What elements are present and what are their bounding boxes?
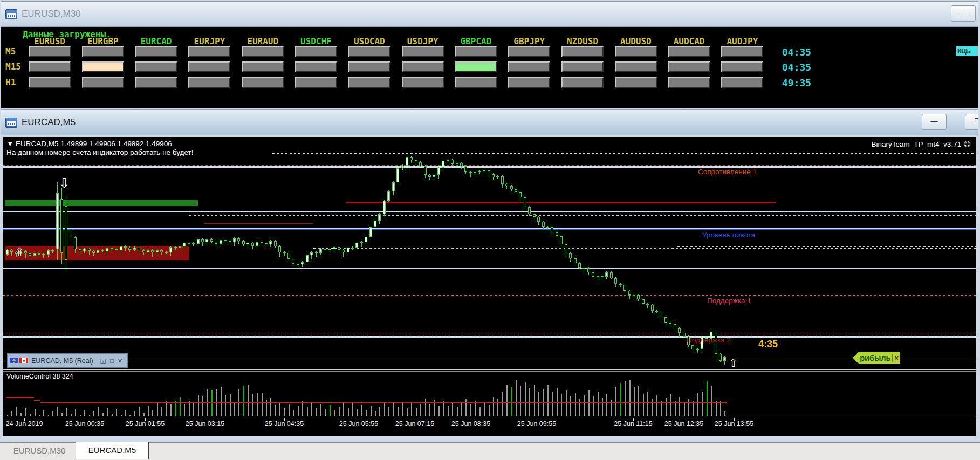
chart-area[interactable]: ▼ EURCAD,M5 1.49899 1.49906 1.49892 1.49… xyxy=(3,137,976,436)
volume-bar xyxy=(688,399,689,416)
candle xyxy=(505,184,508,186)
profit-badge-close-icon[interactable]: × xyxy=(892,354,899,362)
matrix-cell-M15-AUDJPY[interactable] xyxy=(721,61,763,72)
matrix-cell-M5-EURGBP[interactable] xyxy=(82,46,124,57)
volume-bar xyxy=(170,404,172,416)
matrix-cell-H1-EURUSD[interactable] xyxy=(29,77,71,88)
price-level-line xyxy=(3,359,976,359)
matrix-cell-H1-EURCAD[interactable] xyxy=(135,77,177,88)
corner-badge[interactable]: КЦЬ xyxy=(956,46,978,56)
timer-h1: 49:35 xyxy=(782,77,811,88)
candle xyxy=(406,157,408,166)
date-axis-label: 25 Jun 01:55 xyxy=(126,420,165,428)
tab-eurcad-m5[interactable]: EURCAD,M5 xyxy=(76,442,149,459)
matrix-cell-M5-EURJPY[interactable] xyxy=(188,46,230,57)
volume-bar xyxy=(429,404,430,416)
window2-titlebar[interactable]: EURCAD,M5 — ❐ xyxy=(1,110,978,135)
matrix-cell-M5-USDCHF[interactable] xyxy=(295,46,337,57)
mini-chart-titlebar[interactable]: EURCAD, M5 (Real) ◱ □ × xyxy=(7,353,128,368)
matrix-cell-H1-GBPJPY[interactable] xyxy=(508,77,550,88)
matrix-cell-M5-AUDCAD[interactable] xyxy=(668,46,710,57)
matrix-cell-M15-USDJPY[interactable] xyxy=(402,61,444,72)
matrix-cell-M5-USDCAD[interactable] xyxy=(348,46,390,57)
volume-bar xyxy=(593,396,594,416)
sad-face-icon[interactable]: ☹ xyxy=(963,140,971,148)
candle xyxy=(165,252,168,253)
timer-m5: 04:35 xyxy=(782,46,811,58)
candle xyxy=(56,193,59,249)
candle xyxy=(451,160,454,163)
matrix-cell-M15-USDCHF[interactable] xyxy=(295,61,337,72)
maximize-button[interactable]: ❐ xyxy=(965,114,978,130)
volume-bar xyxy=(348,408,349,416)
tab-eurusd-m30[interactable]: EURUSD,M30 xyxy=(8,443,71,458)
matrix-cell-M15-AUDUSD[interactable] xyxy=(615,61,657,72)
pane-separator[interactable] xyxy=(3,371,976,372)
matrix-cell-M5-AUDJPY[interactable] xyxy=(721,46,763,57)
candle xyxy=(456,163,458,164)
axis-tick xyxy=(734,418,735,421)
matrix-cell-M5-NZDUSD[interactable] xyxy=(561,46,604,57)
matrix-cell-M15-NZDUSD[interactable] xyxy=(561,61,604,72)
matrix-cell-H1-EURAUD[interactable] xyxy=(242,77,284,88)
matrix-cell-H1-AUDJPY[interactable] xyxy=(721,77,763,88)
volume-bar xyxy=(366,410,367,416)
matrix-cell-H1-NZDUSD[interactable] xyxy=(561,77,604,88)
matrix-cell-H1-USDCAD[interactable] xyxy=(348,77,390,88)
matrix-cell-M5-EURCAD[interactable] xyxy=(135,46,177,57)
matrix-cell-M15-AUDCAD[interactable] xyxy=(668,61,710,72)
volume-bar xyxy=(375,411,376,416)
close-icon[interactable]: × xyxy=(118,356,122,365)
minimize-button[interactable]: — xyxy=(922,114,947,130)
matrix-cell-M15-EURAUD[interactable] xyxy=(242,61,284,72)
pane-separator[interactable] xyxy=(3,369,976,370)
candle xyxy=(160,250,163,252)
restore-icon[interactable]: ◱ xyxy=(100,358,106,364)
matrix-cell-M15-EURGBP[interactable] xyxy=(82,61,124,72)
price-level-line xyxy=(677,246,976,247)
volume-bar xyxy=(134,411,135,416)
candle xyxy=(355,243,358,248)
matrix-cell-M5-AUDUSD[interactable] xyxy=(615,46,657,57)
volume-bar xyxy=(448,406,449,416)
volume-bar xyxy=(506,385,508,416)
pair-header-AUDCAD: AUDCAD xyxy=(668,36,710,46)
matrix-cell-M5-EURUSD[interactable] xyxy=(29,46,71,57)
matrix-cell-M15-EURUSD[interactable] xyxy=(29,61,71,72)
matrix-cell-H1-EURJPY[interactable] xyxy=(188,77,230,88)
minimize-button[interactable]: — xyxy=(951,5,976,22)
matrix-cell-H1-AUDUSD[interactable] xyxy=(615,77,657,88)
matrix-cell-H1-EURGBP[interactable] xyxy=(82,77,124,88)
candle xyxy=(460,163,463,167)
volume-bar xyxy=(416,408,417,416)
price-level-line xyxy=(272,153,976,154)
matrix-cell-H1-USDCHF[interactable] xyxy=(295,77,337,88)
matrix-cell-H1-GBPCAD[interactable] xyxy=(455,77,497,88)
matrix-cell-M5-USDJPY[interactable] xyxy=(402,46,444,57)
candle xyxy=(610,272,613,278)
candle xyxy=(60,199,63,253)
profit-badge[interactable]: рибыль × xyxy=(853,352,900,364)
matrix-cell-M15-EURJPY[interactable] xyxy=(188,61,230,72)
window1-titlebar[interactable]: EURUSD,M30 — xyxy=(1,2,978,27)
volume-bar xyxy=(20,413,22,416)
date-axis-label: 25 Jun 08:35 xyxy=(451,420,490,428)
candle xyxy=(415,160,417,163)
matrix-cell-M5-GBPJPY[interactable] xyxy=(508,46,550,57)
volume-bar xyxy=(221,387,222,416)
candle xyxy=(597,276,599,277)
pair-header-EURCAD: EURCAD xyxy=(135,36,177,46)
matrix-cell-H1-USDJPY[interactable] xyxy=(402,77,444,88)
volume-bar xyxy=(275,405,276,416)
matrix-cell-M15-GBPCAD[interactable] xyxy=(455,61,497,72)
matrix-cell-M15-USDCAD[interactable] xyxy=(348,61,390,72)
matrix-cell-M5-EURAUD[interactable] xyxy=(242,46,284,57)
volume-bar xyxy=(702,392,703,416)
maximize-icon[interactable]: □ xyxy=(110,358,114,364)
matrix-cell-H1-AUDCAD[interactable] xyxy=(668,77,710,88)
volume-bar xyxy=(302,401,303,416)
matrix-cell-M15-EURCAD[interactable] xyxy=(135,61,177,72)
matrix-cell-M5-GBPCAD[interactable] xyxy=(455,46,497,57)
matrix-cell-M15-GBPJPY[interactable] xyxy=(508,61,550,72)
volume-bar xyxy=(588,390,590,416)
